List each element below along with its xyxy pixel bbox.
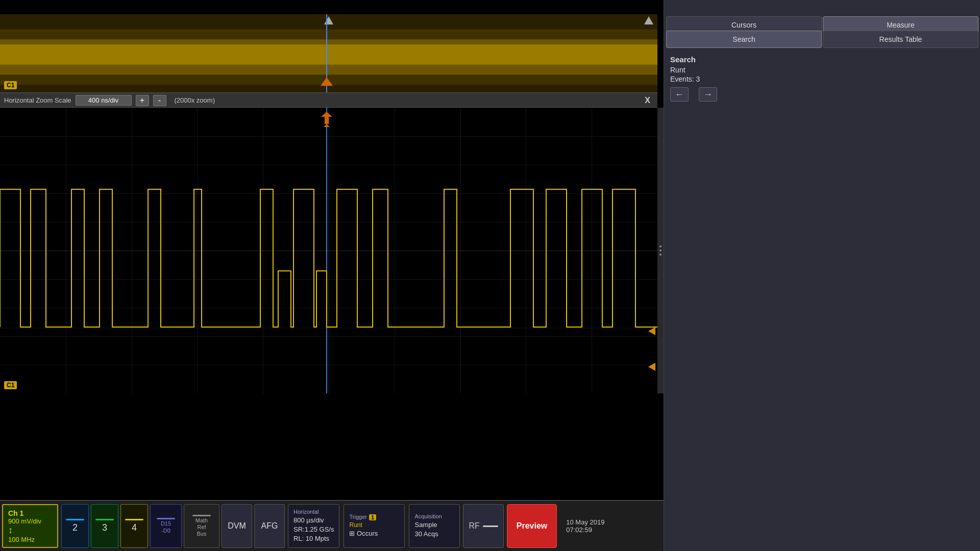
ch1-icon: ↕ <box>8 525 52 536</box>
ch3-button[interactable]: 3 <box>91 504 118 548</box>
acquisition-mode: Sample <box>414 520 454 530</box>
results-table-button[interactable]: Results Table <box>823 31 978 48</box>
horizontal-title: Horizontal <box>293 509 334 515</box>
acquisition-status[interactable]: Acquisition Sample 30 Acqs <box>409 504 460 548</box>
horizontal-sr: SR:1.25 GS/s <box>293 525 334 534</box>
waveform-svg <box>0 108 657 393</box>
overview-strip: C1 <box>0 14 657 93</box>
search-button[interactable]: Search <box>666 31 822 48</box>
date-line: 10 May 2019 <box>566 518 604 526</box>
search-events: Events: 3 <box>670 75 974 83</box>
zoom-plus-button[interactable]: + <box>136 95 149 106</box>
waveform-arrow-upper <box>648 327 655 335</box>
search-next-button[interactable]: → <box>699 87 717 102</box>
status-bar: Ch 1 900 mV/div ↕ 100 MHz 2 3 4 D15 -D0 <box>0 500 664 551</box>
trigger-type: Runt <box>349 521 399 530</box>
math-ref-bus-button[interactable]: Math Ref Bus <box>184 504 219 548</box>
acquisition-title: Acquisition <box>414 513 454 519</box>
overview-waveform-svg <box>0 14 657 92</box>
ch1-label-overview: C1 <box>4 81 17 89</box>
right-panel: Cursors Measure Search Results Table Sea… <box>664 0 980 551</box>
acquisition-acqs: 30 Acqs <box>414 530 454 539</box>
ch2-button[interactable]: 2 <box>61 504 89 548</box>
osc-area: C1 Horizontal Zoom Scale 400 ns/div + - … <box>0 0 664 551</box>
ch1-label-main: C1 <box>4 381 17 389</box>
d15-d0-button[interactable]: D15 -D0 <box>150 504 182 548</box>
preview-label: Preview <box>517 521 547 531</box>
datetime-display: 10 May 2019 07:02:59 <box>561 504 609 548</box>
vert-dot-2 <box>659 249 662 252</box>
ch4-num: 4 <box>132 522 137 533</box>
search-section-label: Search <box>670 55 974 64</box>
d15-d0-line <box>157 518 175 519</box>
ch3-num: 3 <box>102 522 107 533</box>
ch2-num: 2 <box>72 522 78 533</box>
ch1-title: Ch 1 <box>8 509 52 517</box>
ch4-line <box>125 519 143 520</box>
time-line: 07:02:59 <box>566 526 604 534</box>
ch1-freq: 100 MHz <box>8 536 52 543</box>
dvm-button[interactable]: DVM <box>222 504 252 548</box>
search-prev-button[interactable]: ← <box>670 87 689 102</box>
trigger-title-row: Trigger 1 <box>349 514 399 521</box>
horizontal-rl: RL: 10 Mpts <box>293 534 334 543</box>
ch3-line <box>95 519 114 520</box>
horizontal-scale: 800 µs/div <box>293 516 334 525</box>
vert-dot-3 <box>659 254 662 256</box>
zoom-scale-input[interactable]: 400 ns/div <box>76 95 132 106</box>
rf-button[interactable]: RF <box>463 504 503 548</box>
rf-label: RF <box>469 521 479 531</box>
trigger-occurs: ⊞ Occurs <box>349 529 399 538</box>
right-panel-second-row: Search Results Table <box>664 31 980 48</box>
ch2-line <box>66 519 84 520</box>
vert-dot-1 <box>659 245 662 247</box>
rf-line <box>483 525 498 527</box>
math-ref-bus-label: Math Ref Bus <box>195 517 208 538</box>
zoom-scale-bar: Horizontal Zoom Scale 400 ns/div + - (20… <box>0 93 657 108</box>
search-nav: ← → <box>670 87 974 102</box>
trigger-status[interactable]: Trigger 1 Runt ⊞ Occurs <box>344 504 405 548</box>
trigger-title: Trigger <box>349 514 366 520</box>
search-type: Runt <box>670 66 974 74</box>
zoom-factor: (2000x zoom) <box>175 96 215 104</box>
svg-rect-4 <box>0 44 657 64</box>
ch1-status[interactable]: Ch 1 900 mV/div ↕ 100 MHz <box>2 504 58 548</box>
zoom-close-button[interactable]: X <box>642 96 653 105</box>
main-waveform: C1 <box>0 108 657 393</box>
search-panel: Search Runt Events: 3 ← → <box>664 51 980 106</box>
ch1-voltage: 900 mV/div <box>8 517 52 525</box>
horizontal-status[interactable]: Horizontal 800 µs/div SR:1.25 GS/s RL: 1… <box>288 504 339 548</box>
trigger-badge: 1 <box>369 514 376 520</box>
zoom-minus-button[interactable]: - <box>153 95 166 106</box>
ch4-button[interactable]: 4 <box>120 504 148 548</box>
d15-d0-label: D15 -D0 <box>161 520 171 534</box>
vert-dots-panel <box>657 108 664 393</box>
math-ref-bus-line <box>192 515 211 516</box>
zoom-scale-label: Horizontal Zoom Scale <box>4 96 71 104</box>
afg-button[interactable]: AFG <box>254 504 285 548</box>
preview-button[interactable]: Preview <box>507 504 557 548</box>
waveform-arrow-lower <box>648 363 655 371</box>
